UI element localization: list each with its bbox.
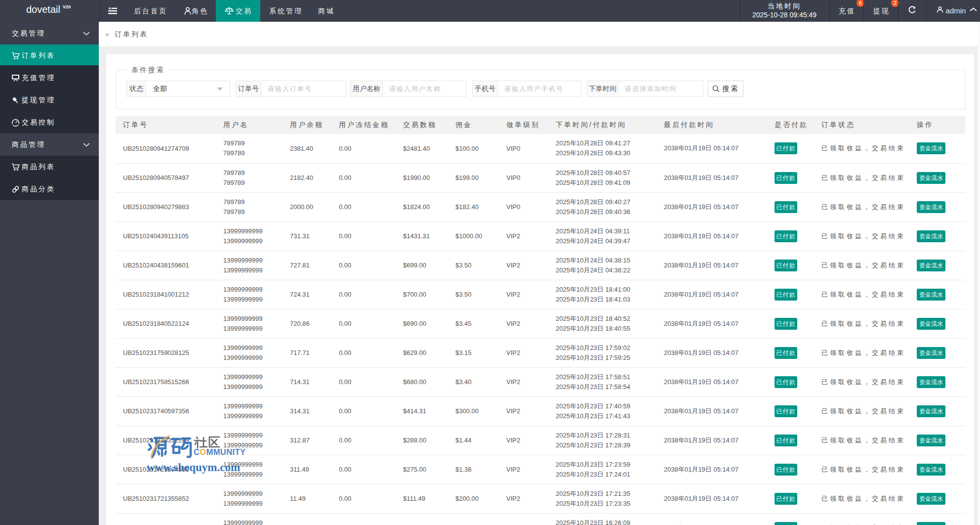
svg-text:COMMUNITY: COMMUNITY (194, 447, 245, 456)
svg-text:www.shequym.com: www.shequym.com (147, 461, 240, 474)
